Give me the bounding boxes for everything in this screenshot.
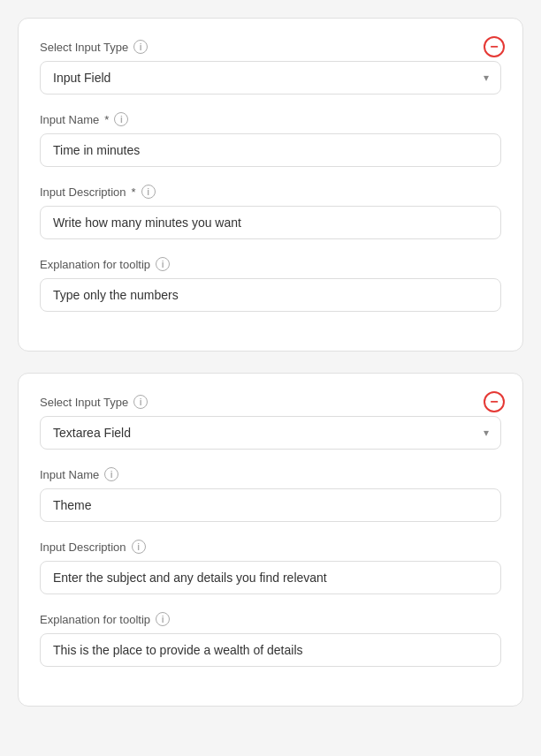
select-input-type-info-icon[interactable]: i [133, 40, 148, 54]
select-input-type-label-text: Select Input Type [40, 396, 128, 409]
explanation-tooltip-group: Explanation for tooltip i [40, 257, 501, 312]
form-card-2: −Select Input Type iInput FieldTextarea … [18, 373, 523, 707]
input-name-field[interactable] [40, 133, 501, 167]
select-input-type-info-icon[interactable]: i [133, 395, 148, 409]
input-name-group: Input Name i [40, 467, 501, 522]
select-input-type-label-text: Select Input Type [40, 41, 128, 54]
select-input-type-label: Select Input Type i [40, 40, 501, 54]
select-input-type-group: Select Input Type iInput FieldTextarea F… [40, 395, 501, 450]
explanation-tooltip-info-icon[interactable]: i [156, 257, 170, 271]
explanation-tooltip-label: Explanation for tooltip i [40, 612, 501, 626]
required-star: * [132, 185, 136, 199]
remove-card-button[interactable]: − [484, 391, 505, 412]
select-input-type-label: Select Input Type i [40, 395, 501, 409]
input-type-select[interactable]: Input FieldTextarea FieldNumber FieldDat… [40, 61, 501, 94]
explanation-tooltip-label: Explanation for tooltip i [40, 257, 501, 271]
input-description-info-icon[interactable]: i [132, 540, 146, 554]
input-description-field[interactable] [40, 561, 501, 594]
input-type-select[interactable]: Input FieldTextarea FieldNumber FieldDat… [40, 416, 501, 450]
input-description-label: Input Description i [40, 540, 501, 554]
select-input-type-group: Select Input Type iInput FieldTextarea F… [40, 40, 501, 94]
explanation-tooltip-label-text: Explanation for tooltip [40, 258, 150, 271]
input-name-label-text: Input Name [40, 113, 99, 126]
select-wrapper: Input FieldTextarea FieldNumber FieldDat… [40, 61, 501, 94]
input-name-label: Input Name * i [40, 112, 501, 126]
input-description-label-text: Input Description [40, 185, 126, 199]
form-card-1: −Select Input Type iInput FieldTextarea … [18, 18, 523, 352]
explanation-tooltip-group: Explanation for tooltip i [40, 612, 501, 667]
input-name-label: Input Name i [40, 467, 501, 481]
input-description-label-text: Input Description [40, 541, 126, 554]
input-name-info-icon[interactable]: i [114, 112, 128, 126]
minus-circle-icon: − [484, 36, 505, 57]
required-star: * [104, 113, 109, 126]
input-description-field[interactable] [40, 206, 501, 239]
select-wrapper: Input FieldTextarea FieldNumber FieldDat… [40, 416, 501, 450]
explanation-tooltip-field[interactable] [40, 278, 501, 312]
explanation-tooltip-field[interactable] [40, 633, 501, 667]
remove-card-button[interactable]: − [484, 36, 505, 57]
minus-circle-icon: − [484, 391, 505, 412]
input-description-group: Input Description * i [40, 185, 501, 239]
input-name-info-icon[interactable]: i [104, 467, 118, 481]
explanation-tooltip-info-icon[interactable]: i [156, 612, 170, 626]
input-description-label: Input Description * i [40, 185, 501, 199]
input-description-group: Input Description i [40, 540, 501, 594]
input-name-label-text: Input Name [40, 468, 99, 481]
explanation-tooltip-label-text: Explanation for tooltip [40, 613, 150, 626]
input-description-info-icon[interactable]: i [141, 185, 156, 199]
input-name-field[interactable] [40, 488, 501, 522]
input-name-group: Input Name * i [40, 112, 501, 167]
